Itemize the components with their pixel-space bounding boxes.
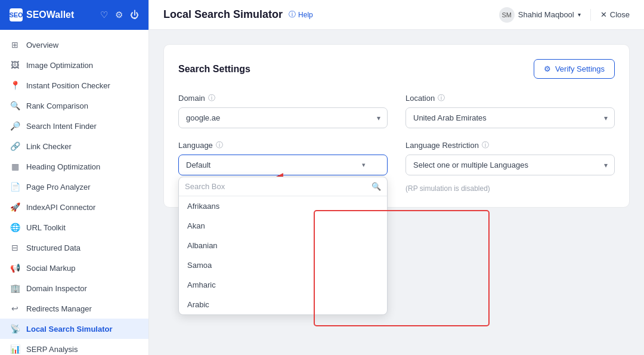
search-icon: 🔍	[371, 182, 381, 191]
main-content: Local Search Simulator ⓘ Help SM Shahid …	[149, 0, 644, 355]
language-list: AfrikaansAkanAlbanianSamoaAmharicArabic	[179, 196, 387, 314]
location-select-wrapper: United Arab Emirates United States Unite…	[405, 107, 615, 128]
nav-icon-overview: ⊞	[10, 39, 20, 50]
sidebar-item-image-optimization[interactable]: 🖼 Image Optimization	[0, 55, 148, 75]
sidebar-item-link-checker[interactable]: 🔗 Link Checker	[0, 136, 148, 156]
settings-gear-icon: ⚙	[544, 64, 551, 73]
header-left: Local Search Simulator ⓘ Help	[163, 8, 313, 21]
help-link[interactable]: ⓘ Help	[289, 10, 313, 20]
sidebar-item-rank-comparison[interactable]: 🔍 Rank Comparison	[0, 95, 148, 116]
card-title: Search Settings	[178, 64, 250, 75]
note-text: (RP simulation is disabled)	[405, 184, 615, 193]
nav-icon-url-toolkit: 🌐	[10, 222, 20, 233]
sidebar-item-indexapi-connector[interactable]: 🚀 IndexAPI Connector	[0, 197, 148, 217]
settings-icon[interactable]: ⚙	[115, 10, 123, 20]
nav-icon-local-search-simulator: 📡	[10, 323, 20, 334]
sidebar-item-heading-optimization[interactable]: ▦ Heading Optimization	[0, 156, 148, 177]
nav-icon-serp-analysis: 📊	[10, 344, 20, 354]
language-search-box: 🔍	[179, 177, 387, 196]
language-label: Language ⓘ	[178, 140, 388, 150]
domain-select[interactable]: google.ae google.com google.co.uk	[178, 107, 388, 128]
language-option-samoa[interactable]: Samoa	[179, 255, 387, 275]
language-restriction-wrapper: Select one or multiple Languages ▾	[405, 155, 615, 175]
sidebar-item-redirects-manager[interactable]: ↩ Redirects Manager	[0, 298, 148, 319]
nav-label-position-checker: Instant Position Checker	[26, 81, 110, 90]
divider	[590, 9, 591, 21]
sidebar-item-overview[interactable]: ⊞ Overview	[0, 35, 148, 55]
language-option-amharic[interactable]: Amharic	[179, 275, 387, 295]
nav-label-domain-inspector: Domain Inspector	[26, 284, 87, 293]
language-dropdown-menu: 🔍 AfrikaansAkanAlbanianSamoaAmharicArabi…	[178, 177, 388, 315]
help-text: Help	[298, 11, 313, 19]
logo-text: SEOWallet	[26, 10, 74, 20]
card-header: Search Settings ⚙ Verify Settings	[178, 59, 615, 79]
language-restriction-select[interactable]: Select one or multiple Languages	[405, 155, 615, 175]
sidebar-item-position-checker[interactable]: 📍 Instant Position Checker	[0, 75, 148, 95]
language-option-afrikaans[interactable]: Afrikaans	[179, 196, 387, 216]
sidebar-item-domain-inspector[interactable]: 🏢 Domain Inspector	[0, 278, 148, 298]
main-header: Local Search Simulator ⓘ Help SM Shahid …	[149, 0, 644, 30]
language-option-arabic[interactable]: Arabic	[179, 295, 387, 314]
domain-help-icon[interactable]: ⓘ	[208, 93, 215, 103]
search-settings-card: Search Settings ⚙ Verify Settings Domain…	[163, 44, 630, 208]
user-name: Shahid Maqbool	[518, 10, 574, 19]
nav-label-rank-comparison: Rank Comparison	[26, 101, 88, 110]
language-restriction-group: Language Restriction ⓘ Select one or mul…	[405, 140, 615, 193]
verify-label: Verify Settings	[555, 64, 605, 73]
nav-icon-position-checker: 📍	[10, 80, 20, 91]
sidebar-item-page-pro-analyzer[interactable]: 📄 Page Pro Analyzer	[0, 177, 148, 197]
content-area: Search Settings ⚙ Verify Settings Domain…	[149, 30, 644, 355]
nav-label-redirects-manager: Redirects Manager	[26, 304, 92, 313]
power-icon[interactable]: ⏻	[130, 10, 139, 20]
language-option-akan[interactable]: Akan	[179, 216, 387, 236]
nav-label-local-search-simulator: Local Search Simulator	[26, 325, 113, 334]
sidebar-item-serp-analysis[interactable]: 📊 SERP Analysis	[0, 339, 148, 355]
form-grid: Domain ⓘ google.ae google.com google.co.…	[178, 93, 615, 193]
verify-settings-button[interactable]: ⚙ Verify Settings	[534, 59, 615, 79]
language-option-albanian[interactable]: Albanian	[179, 236, 387, 255]
language-group: Language ⓘ Default ▾ 🔍	[178, 140, 388, 193]
language-dropdown-trigger[interactable]: Default ▾	[178, 155, 388, 175]
sidebar-item-social-markup[interactable]: 📢 Social Markup	[0, 258, 148, 278]
language-restriction-help-icon[interactable]: ⓘ	[482, 140, 489, 150]
close-icon: ✕	[600, 10, 607, 19]
header-right: SM Shahid Maqbool ▾ ✕ Close	[499, 7, 630, 23]
logo: SEO SEOWallet	[10, 8, 74, 21]
location-label: Location ⓘ	[405, 93, 615, 103]
domain-group: Domain ⓘ google.ae google.com google.co.…	[178, 93, 388, 128]
language-help-icon[interactable]: ⓘ	[216, 140, 223, 150]
language-dropdown-container: Default ▾ 🔍 AfrikaansAkanAlbanianSamoaAm…	[178, 155, 388, 175]
nav-icon-indexapi-connector: 🚀	[10, 202, 20, 212]
location-select[interactable]: United Arab Emirates United States Unite…	[405, 107, 615, 128]
nav-label-heading-optimization: Heading Optimization	[26, 162, 100, 171]
nav-label-indexapi-connector: IndexAPI Connector	[26, 203, 95, 212]
nav-label-page-pro-analyzer: Page Pro Analyzer	[26, 183, 91, 192]
language-chevron-icon: ▾	[362, 161, 366, 169]
nav-label-structured-data: Structured Data	[26, 243, 80, 252]
nav-label-social-markup: Social Markup	[26, 264, 75, 273]
nav-label-url-toolkit: URL Toolkit	[26, 223, 66, 232]
nav-label-image-optimization: Image Optimization	[26, 61, 93, 70]
sidebar-item-structured-data[interactable]: ⊟ Structured Data	[0, 237, 148, 258]
nav-label-overview: Overview	[26, 41, 58, 50]
user-info[interactable]: SM Shahid Maqbool ▾	[499, 7, 581, 23]
page-title: Local Search Simulator	[163, 8, 283, 21]
language-restriction-label: Language Restriction ⓘ	[405, 140, 615, 150]
close-button[interactable]: ✕ Close	[600, 10, 630, 19]
sidebar-nav: ⊞ Overview 🖼 Image Optimization 📍 Instan…	[0, 30, 148, 355]
location-help-icon[interactable]: ⓘ	[438, 93, 445, 103]
language-search-input[interactable]	[185, 182, 368, 191]
nav-icon-structured-data: ⊟	[10, 242, 20, 253]
heart-icon[interactable]: ♡	[100, 10, 108, 20]
sidebar-item-local-search-simulator[interactable]: 📡 Local Search Simulator	[0, 319, 148, 339]
location-group: Location ⓘ United Arab Emirates United S…	[405, 93, 615, 128]
nav-icon-social-markup: 📢	[10, 263, 20, 273]
close-label: Close	[610, 10, 630, 19]
nav-icon-redirects-manager: ↩	[10, 303, 20, 314]
sidebar: SEO SEOWallet ♡ ⚙ ⏻ ⊞ Overview 🖼 Image O…	[0, 0, 149, 355]
nav-label-search-intent: Search Intent Finder	[26, 122, 97, 131]
sidebar-item-url-toolkit[interactable]: 🌐 URL Toolkit	[0, 217, 148, 237]
sidebar-item-search-intent[interactable]: 🔎 Search Intent Finder	[0, 116, 148, 136]
nav-icon-heading-optimization: ▦	[10, 161, 20, 172]
language-value: Default	[186, 160, 210, 169]
